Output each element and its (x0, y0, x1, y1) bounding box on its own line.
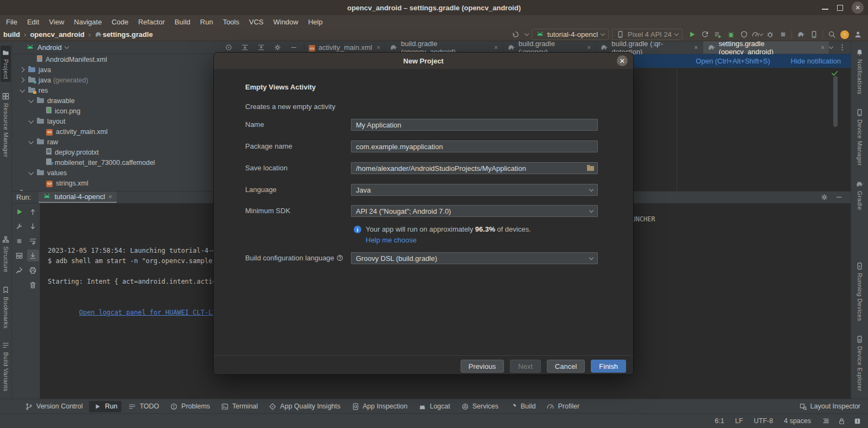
tool-window-button[interactable]: Terminal (216, 401, 262, 412)
menu-item[interactable]: Window (269, 15, 303, 28)
layout-inspector-button[interactable]: Layout Inspector (799, 403, 860, 411)
tree-chevron-icon[interactable] (28, 139, 34, 144)
tree-chevron-icon[interactable] (28, 170, 34, 175)
run-button[interactable] (686, 29, 698, 41)
menu-item[interactable]: View (44, 15, 69, 28)
device-manager-button[interactable] (808, 29, 820, 41)
run-configuration-select[interactable]: tutorial-4-opencl (532, 29, 609, 40)
close-tab-icon[interactable]: × (821, 44, 825, 52)
hide-panel-icon[interactable] (288, 42, 299, 54)
maximize-icon[interactable] (837, 5, 843, 11)
help-icon[interactable] (336, 254, 344, 262)
tool-stripe-item[interactable]: Structure (1, 233, 11, 275)
expand-all-icon[interactable] (239, 42, 251, 54)
tool-window-button[interactable]: Logcat (414, 401, 455, 412)
dialog-close-icon[interactable]: ✕ (617, 55, 628, 66)
rerun-icon[interactable] (13, 206, 25, 218)
language-select[interactable] (351, 184, 598, 196)
settings-icon[interactable] (820, 193, 828, 201)
status-item[interactable]: UTF-8 (754, 417, 773, 425)
hide-notification-link[interactable]: Hide notification (791, 57, 841, 65)
layout-icon[interactable] (13, 250, 25, 261)
tree-chevron-icon[interactable] (28, 118, 34, 124)
toolbar-icon[interactable] (792, 30, 792, 39)
rerun-button[interactable] (699, 29, 711, 41)
run-menu-button[interactable] (712, 29, 724, 41)
tool-window-button[interactable]: App Quality Insights (264, 401, 344, 412)
close-tab-icon[interactable]: × (587, 44, 591, 52)
locate-file-icon[interactable] (222, 42, 234, 54)
stop-button[interactable] (777, 29, 789, 41)
notifications-icon[interactable] (853, 417, 861, 425)
chevron-down-icon[interactable] (65, 44, 69, 49)
hide-panel-icon[interactable] (835, 193, 843, 201)
min-sdk-select[interactable] (351, 205, 598, 217)
help-me-choose-link[interactable]: Help me choose (366, 236, 417, 244)
tree-chevron-icon[interactable] (20, 67, 25, 73)
tool-window-button[interactable]: Version Control (21, 401, 87, 412)
editor-tab[interactable]: activity_main.xml × (304, 41, 385, 54)
editor-scrollbar[interactable] (833, 76, 838, 127)
next-button[interactable]: Next (510, 360, 541, 373)
profile-low-overhead-button[interactable] (764, 29, 776, 41)
package-field[interactable] (351, 140, 598, 152)
tool-window-button[interactable]: TODO (124, 401, 163, 412)
settings-icon[interactable] (271, 42, 283, 54)
menu-item[interactable]: Navigate (69, 15, 106, 28)
pin-icon[interactable] (13, 264, 25, 276)
close-tab-icon[interactable]: × (494, 44, 498, 52)
hidden-tabs-icon[interactable] (829, 44, 833, 49)
tool-window-button[interactable]: Build (505, 401, 540, 412)
coverage-button[interactable] (738, 29, 750, 41)
tree-chevron-icon[interactable] (28, 98, 34, 103)
history-icon[interactable] (510, 29, 522, 41)
menu-item[interactable]: VCS (244, 15, 269, 28)
save-location-field[interactable] (351, 162, 598, 174)
close-icon[interactable]: × (852, 2, 864, 14)
tool-stripe-item[interactable]: Project (1, 46, 11, 82)
tool-window-button[interactable]: App Inspection (347, 401, 412, 412)
edit-config-icon[interactable] (13, 220, 25, 232)
open-settings-link[interactable]: Open (Ctrl+Alt+Shift+S) (696, 57, 770, 65)
print-icon[interactable] (27, 264, 39, 276)
editor-tab[interactable]: build.gradle (:opencv) × (503, 41, 596, 54)
profiler-button[interactable] (751, 29, 763, 41)
tool-window-button[interactable]: Run (89, 401, 122, 412)
editor-tab[interactable]: build.gradle (opencv_android) × (385, 41, 503, 54)
finish-button[interactable]: Finish (591, 360, 626, 373)
gradle-sync-button[interactable] (795, 29, 807, 41)
menu-item[interactable]: File (1, 15, 22, 28)
build-config-select[interactable] (351, 252, 598, 264)
status-item[interactable]: 6:1 (715, 417, 724, 425)
toolbar-icon[interactable] (822, 30, 823, 39)
tool-stripe-item[interactable]: Build Variants (1, 338, 11, 394)
tree-chevron-icon[interactable] (20, 78, 25, 83)
editor-tab[interactable]: settings.gradle (opencv_android) × (703, 41, 829, 54)
collapse-all-icon[interactable] (255, 42, 267, 54)
tool-stripe-item[interactable]: Device Explorer (854, 333, 865, 394)
cancel-button[interactable]: Cancel (547, 360, 585, 373)
tree-chevron-icon[interactable] (20, 87, 25, 93)
scroll-to-end-icon[interactable] (27, 250, 39, 261)
tool-stripe-item[interactable]: Gradle (854, 177, 865, 213)
tool-window-button[interactable]: Services (457, 401, 503, 412)
menu-item[interactable]: Refactor (133, 15, 170, 28)
tool-stripe-item[interactable]: Running Devices (854, 259, 865, 324)
prev-occurrence-icon[interactable] (27, 206, 39, 218)
indent-icon[interactable] (822, 417, 830, 425)
status-item[interactable]: LF (735, 417, 743, 425)
tool-stripe-item[interactable]: Device Manager (854, 106, 865, 169)
editor-tab[interactable]: build.gradle (:qr-detection) × (596, 41, 703, 54)
menu-item[interactable]: Build (170, 15, 195, 28)
next-occurrence-icon[interactable] (27, 220, 39, 232)
profile-avatar[interactable] (852, 29, 864, 41)
update-badge[interactable]: ↑ (839, 29, 851, 41)
tab-options-icon[interactable] (838, 43, 846, 52)
device-select[interactable]: Pixel 4 API 24 (612, 29, 682, 40)
previous-button[interactable]: Previous (461, 360, 505, 373)
tool-stripe-item[interactable]: Resource Manager (1, 90, 11, 160)
search-everywhere-button[interactable] (826, 29, 838, 41)
close-tab-icon[interactable]: × (108, 193, 112, 201)
menu-item[interactable]: Help (303, 15, 328, 28)
tool-window-button[interactable]: Problems (165, 401, 214, 412)
